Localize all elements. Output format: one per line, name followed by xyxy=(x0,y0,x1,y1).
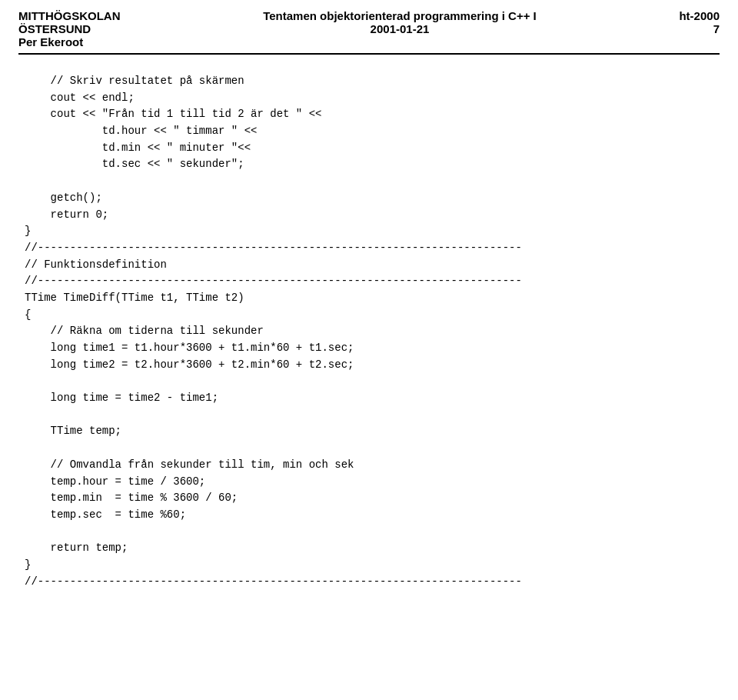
code-block: // Skriv resultatet på skärmen cout << e… xyxy=(25,73,713,590)
exam-date: 2001-01-21 xyxy=(371,22,430,35)
page: MITTHÖGSKOLAN ÖSTERSUND Per Ekeroot Tent… xyxy=(0,0,738,700)
header: MITTHÖGSKOLAN ÖSTERSUND Per Ekeroot Tent… xyxy=(0,0,738,55)
header-row: MITTHÖGSKOLAN ÖSTERSUND Per Ekeroot Tent… xyxy=(18,9,720,48)
institution-label: MITTHÖGSKOLAN xyxy=(18,9,121,22)
semester-label: ht-2000 xyxy=(679,9,720,22)
header-left: MITTHÖGSKOLAN ÖSTERSUND Per Ekeroot xyxy=(18,9,121,48)
city-label: ÖSTERSUND xyxy=(18,22,121,35)
content-area: // Skriv resultatet på skärmen cout << e… xyxy=(0,55,738,602)
exam-title: Tentamen objektorienterad programmering … xyxy=(263,9,537,22)
page-number: 7 xyxy=(713,22,720,35)
header-right: ht-2000 7 xyxy=(679,9,720,35)
author-name: Per Ekeroot xyxy=(18,35,121,48)
header-center: Tentamen objektorienterad programmering … xyxy=(263,9,537,35)
header-divider xyxy=(18,53,720,55)
